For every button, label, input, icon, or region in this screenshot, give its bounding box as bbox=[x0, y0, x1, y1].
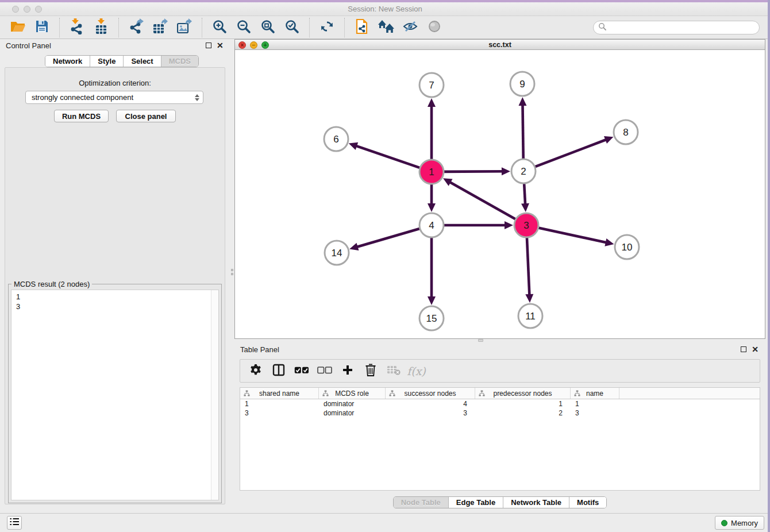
task-history-button[interactable] bbox=[7, 516, 22, 530]
tab-edge-table[interactable]: Edge Table bbox=[449, 497, 503, 508]
graph-edge-2-8[interactable] bbox=[534, 139, 607, 167]
delete-column-button[interactable] bbox=[361, 363, 380, 380]
column-selector-button[interactable] bbox=[269, 363, 288, 380]
table-panel-title: Table Panel bbox=[240, 345, 279, 354]
close-panel-icon[interactable]: ✕ bbox=[217, 43, 224, 48]
open-session-button[interactable] bbox=[7, 18, 28, 37]
mcds-result-title: MCDS result (2 nodes) bbox=[11, 280, 92, 288]
column-header-successor-nodes[interactable]: successor nodes bbox=[386, 388, 475, 399]
open-folder-icon bbox=[10, 20, 26, 35]
graph-node-label-2: 2 bbox=[521, 166, 526, 177]
tab-node-table[interactable]: Node Table bbox=[394, 497, 449, 508]
graph-edge-1-2[interactable] bbox=[442, 171, 503, 172]
control-tabs: NetworkStyleSelectMCDS bbox=[45, 55, 199, 67]
zoom-fit-icon bbox=[260, 19, 275, 36]
graph-edge-arrowhead bbox=[428, 296, 436, 305]
float-panel-icon[interactable] bbox=[741, 346, 746, 352]
vertical-splitter[interactable] bbox=[230, 269, 233, 278]
table-cell[interactable]: 3 bbox=[386, 408, 475, 418]
table-cell[interactable]: 3 bbox=[240, 408, 319, 418]
column-header-name[interactable]: name bbox=[571, 388, 619, 399]
graph-edge-arrowhead bbox=[349, 243, 359, 250]
float-panel-icon[interactable] bbox=[206, 43, 211, 48]
network-canvas[interactable]: 1234678910111415 bbox=[235, 51, 765, 338]
eye-slash-icon bbox=[403, 20, 418, 35]
table-cell[interactable]: dominator bbox=[319, 408, 386, 418]
select-all-button[interactable] bbox=[292, 363, 311, 380]
table-settings-button[interactable] bbox=[246, 363, 265, 380]
table-cell[interactable]: 1 bbox=[475, 399, 571, 408]
save-session-button[interactable] bbox=[32, 18, 52, 37]
zoom-in-button[interactable] bbox=[209, 18, 230, 37]
columns-icon bbox=[272, 364, 285, 379]
graph-edge-arrowhead bbox=[605, 238, 614, 246]
zoom-out-button[interactable] bbox=[233, 18, 254, 37]
table-cell[interactable]: dominator bbox=[319, 399, 386, 408]
birdseye-view-button[interactable] bbox=[424, 18, 445, 37]
column-header-shared-name[interactable]: shared name bbox=[240, 388, 319, 399]
graph-edge-arrowhead bbox=[428, 98, 436, 107]
graph-edge-3-10[interactable] bbox=[537, 228, 607, 243]
network-window-titlebar[interactable]: × − + scc.txt bbox=[235, 40, 765, 50]
export-network-button[interactable] bbox=[126, 18, 147, 37]
tab-network[interactable]: Network bbox=[45, 56, 90, 67]
tab-mcds[interactable]: MCDS bbox=[161, 56, 198, 67]
graph-node-label-4: 4 bbox=[429, 220, 434, 231]
graph-edge-1-6[interactable] bbox=[355, 145, 421, 168]
close-panel-button[interactable]: Close panel bbox=[116, 110, 176, 122]
add-column-button[interactable] bbox=[338, 363, 357, 380]
table-cell[interactable]: 3 bbox=[571, 408, 619, 418]
search-box[interactable] bbox=[593, 21, 760, 34]
tab-style[interactable]: Style bbox=[90, 56, 124, 67]
horizontal-splitter[interactable] bbox=[478, 339, 483, 342]
table-row[interactable]: 3dominator323 bbox=[240, 408, 760, 418]
export-table-button[interactable] bbox=[150, 18, 171, 37]
search-input[interactable] bbox=[606, 23, 754, 32]
apply-layout-button[interactable] bbox=[317, 18, 337, 37]
hide-graphics-details-button[interactable] bbox=[400, 18, 421, 37]
table-cell[interactable]: 2 bbox=[475, 408, 571, 418]
run-mcds-button[interactable]: Run MCDS bbox=[54, 110, 109, 122]
deselect-all-button[interactable] bbox=[315, 363, 334, 380]
memory-button[interactable]: Memory bbox=[715, 516, 764, 530]
table-header-row: shared nameMCDS rolesuccessor nodesprede… bbox=[240, 388, 760, 399]
table-cell[interactable]: 1 bbox=[571, 399, 619, 408]
zoom-out-icon bbox=[236, 19, 251, 36]
status-bar: Memory bbox=[0, 513, 770, 532]
graph-edge-arrowhead bbox=[349, 142, 358, 150]
import-network-button[interactable] bbox=[67, 18, 87, 37]
import-table-button[interactable] bbox=[91, 18, 111, 37]
eye-disabled-icon bbox=[428, 20, 441, 35]
zoom-selected-button[interactable] bbox=[282, 18, 302, 37]
graph-edge-4-14[interactable] bbox=[356, 228, 421, 247]
export-image-icon bbox=[177, 18, 192, 37]
tab-motifs[interactable]: Motifs bbox=[569, 497, 606, 508]
table-row[interactable]: 1dominator411 bbox=[240, 399, 760, 408]
tab-select[interactable]: Select bbox=[124, 56, 161, 67]
table-cell[interactable]: 1 bbox=[240, 399, 319, 408]
column-header-mcds-role[interactable]: MCDS role bbox=[319, 388, 386, 399]
copy-network-button[interactable] bbox=[352, 18, 372, 37]
tab-network-table[interactable]: Network Table bbox=[503, 497, 569, 508]
attribute-icon bbox=[479, 390, 485, 398]
export-image-button[interactable] bbox=[174, 18, 195, 37]
attribute-icon bbox=[574, 390, 580, 398]
zoom-fit-button[interactable] bbox=[257, 18, 278, 37]
graph-edge-3-1[interactable] bbox=[449, 182, 517, 219]
graph-edge-2-9[interactable] bbox=[522, 104, 523, 160]
criterion-select[interactable]: strongly connected component bbox=[25, 91, 203, 104]
graph-node-label-14: 14 bbox=[332, 248, 342, 259]
checked-boxes-icon bbox=[294, 366, 309, 376]
home-button[interactable] bbox=[376, 18, 396, 37]
column-header-predecessor-nodes[interactable]: predecessor nodes bbox=[475, 388, 571, 399]
graph-edge-3-11[interactable] bbox=[527, 236, 530, 296]
application-window: Session: New Session Control Panel ✕ bbox=[0, 0, 770, 532]
table-cell[interactable]: 4 bbox=[386, 399, 475, 408]
graph-node-label-11: 11 bbox=[525, 311, 536, 322]
graph-node-label-6: 6 bbox=[333, 134, 338, 145]
zoom-in-icon bbox=[212, 19, 227, 36]
refresh-icon bbox=[320, 20, 334, 36]
graph-edge-2-3[interactable] bbox=[524, 182, 525, 205]
close-panel-icon[interactable]: ✕ bbox=[752, 346, 759, 352]
result-scrollbar[interactable] bbox=[211, 290, 218, 500]
